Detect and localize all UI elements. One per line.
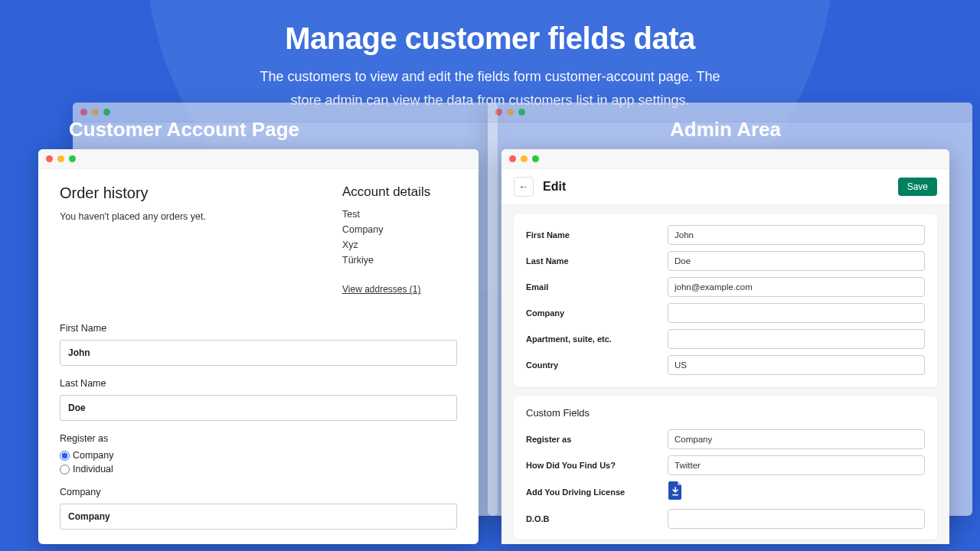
view-addresses-link[interactable]: View addresses (1) bbox=[342, 284, 421, 295]
arrow-left-icon: ← bbox=[518, 181, 529, 193]
admin-main-card: First Name Last Name Email Company bbox=[514, 214, 937, 387]
radio-individual-input[interactable] bbox=[60, 465, 70, 474]
admin-email-label: Email bbox=[526, 282, 660, 292]
cf-dob-input[interactable] bbox=[668, 509, 925, 529]
admin-country-input[interactable] bbox=[668, 355, 925, 375]
company-input[interactable] bbox=[60, 504, 457, 530]
admin-window: ← Edit Save First Name Last Name bbox=[501, 149, 949, 544]
custom-fields-title: Custom Fields bbox=[526, 407, 925, 419]
order-history-empty: You haven't placed any orders yet. bbox=[60, 211, 206, 222]
save-button[interactable]: Save bbox=[898, 178, 937, 196]
admin-apartment-input[interactable] bbox=[668, 329, 925, 349]
admin-first-name-input[interactable] bbox=[668, 225, 925, 245]
admin-custom-card: Custom Fields Register as How Did You Fi… bbox=[514, 396, 937, 540]
back-button[interactable]: ← bbox=[514, 177, 534, 197]
admin-last-name-input[interactable] bbox=[668, 251, 925, 271]
admin-company-input[interactable] bbox=[668, 303, 925, 323]
admin-email-input[interactable] bbox=[668, 277, 925, 297]
edit-title: Edit bbox=[543, 180, 566, 194]
window-maximize-icon[interactable] bbox=[532, 155, 539, 162]
admin-last-name-label: Last Name bbox=[526, 256, 660, 266]
admin-apartment-label: Apartment, suite, etc. bbox=[526, 334, 660, 344]
window-close-icon[interactable] bbox=[46, 155, 53, 162]
cf-dob-label: D.O.B bbox=[526, 514, 660, 523]
account-detail-line: Türkiye bbox=[342, 255, 457, 266]
file-download-icon[interactable] bbox=[668, 481, 683, 500]
first-name-input[interactable] bbox=[60, 340, 457, 366]
svg-rect-0 bbox=[672, 494, 678, 496]
account-detail-line: Xyz bbox=[342, 240, 457, 250]
window-maximize-icon[interactable] bbox=[69, 155, 76, 162]
company-label: Company bbox=[60, 487, 457, 497]
account-detail-line: Test bbox=[342, 209, 457, 220]
account-details-title: Account details bbox=[342, 184, 457, 200]
last-name-label: Last Name bbox=[60, 378, 457, 389]
cf-register-as-label: Register as bbox=[526, 435, 660, 444]
page-title: Manage customer fields data bbox=[0, 21, 980, 56]
order-history-title: Order history bbox=[60, 184, 206, 202]
cf-license-label: Add You Driving License bbox=[526, 487, 660, 497]
cf-how-find-input[interactable] bbox=[668, 455, 925, 475]
customer-account-window: Order history You haven't placed any ord… bbox=[38, 149, 479, 544]
right-column-title: Admin Area bbox=[501, 118, 949, 142]
window-titlebar bbox=[501, 149, 949, 169]
radio-individual[interactable]: Individual bbox=[60, 464, 457, 474]
window-titlebar bbox=[38, 149, 479, 169]
window-minimize-icon[interactable] bbox=[521, 155, 528, 162]
last-name-input[interactable] bbox=[60, 395, 457, 421]
first-name-label: First Name bbox=[60, 323, 457, 334]
cf-register-as-input[interactable] bbox=[668, 429, 925, 449]
admin-first-name-label: First Name bbox=[526, 230, 660, 240]
left-column-title: Customer Account Page bbox=[31, 118, 479, 142]
window-close-icon[interactable] bbox=[509, 155, 516, 162]
admin-company-label: Company bbox=[526, 308, 660, 318]
window-minimize-icon[interactable] bbox=[57, 155, 64, 162]
account-detail-line: Company bbox=[342, 224, 457, 235]
radio-company-input[interactable] bbox=[60, 451, 70, 461]
radio-company[interactable]: Company bbox=[60, 450, 457, 461]
admin-country-label: Country bbox=[526, 360, 660, 370]
cf-how-find-label: How Did You Find Us? bbox=[526, 461, 660, 470]
register-as-label: Register as bbox=[60, 433, 457, 444]
